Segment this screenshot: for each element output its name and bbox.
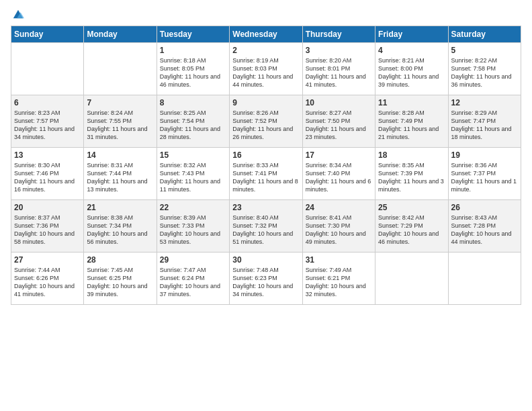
day-info: Sunrise: 8:38 AM Sunset: 7:34 PM Dayligh… bbox=[87, 214, 153, 246]
day-number: 14 bbox=[87, 150, 153, 160]
day-info: Sunrise: 8:25 AM Sunset: 7:54 PM Dayligh… bbox=[160, 109, 226, 142]
calendar-cell: 7Sunrise: 8:24 AM Sunset: 7:55 PM Daylig… bbox=[84, 95, 157, 148]
calendar-cell: 8Sunrise: 8:25 AM Sunset: 7:54 PM Daylig… bbox=[157, 95, 229, 148]
calendar-cell: 19Sunrise: 8:36 AM Sunset: 7:37 PM Dayli… bbox=[448, 148, 521, 200]
day-number: 22 bbox=[160, 203, 226, 212]
calendar-cell: 11Sunrise: 8:28 AM Sunset: 7:49 PM Dayli… bbox=[375, 95, 448, 148]
day-info: Sunrise: 8:32 AM Sunset: 7:43 PM Dayligh… bbox=[160, 161, 226, 194]
day-number: 29 bbox=[160, 255, 226, 265]
day-number: 30 bbox=[232, 255, 299, 265]
calendar-day-header: Sunday bbox=[11, 26, 84, 43]
day-number: 11 bbox=[378, 98, 445, 107]
day-info: Sunrise: 8:33 AM Sunset: 7:41 PM Dayligh… bbox=[232, 161, 299, 194]
calendar-week-row: 13Sunrise: 8:30 AM Sunset: 7:46 PM Dayli… bbox=[11, 148, 521, 200]
day-number: 7 bbox=[87, 98, 153, 107]
day-number: 25 bbox=[378, 203, 445, 212]
calendar-cell: 16Sunrise: 8:33 AM Sunset: 7:41 PM Dayli… bbox=[230, 148, 302, 200]
day-number: 3 bbox=[306, 46, 372, 55]
day-info: Sunrise: 8:18 AM Sunset: 8:05 PM Dayligh… bbox=[160, 56, 226, 89]
day-number: 10 bbox=[306, 98, 372, 107]
calendar-cell: 24Sunrise: 8:41 AM Sunset: 7:30 PM Dayli… bbox=[302, 200, 375, 253]
calendar-cell: 4Sunrise: 8:21 AM Sunset: 8:00 PM Daylig… bbox=[375, 43, 448, 95]
calendar-day-header: Thursday bbox=[302, 26, 375, 43]
day-info: Sunrise: 8:31 AM Sunset: 7:44 PM Dayligh… bbox=[87, 161, 153, 194]
day-number: 1 bbox=[160, 46, 226, 55]
day-number: 6 bbox=[14, 98, 81, 107]
calendar-cell: 14Sunrise: 8:31 AM Sunset: 7:44 PM Dayli… bbox=[84, 148, 157, 200]
day-number: 18 bbox=[378, 150, 445, 160]
day-number: 17 bbox=[306, 150, 372, 160]
day-info: Sunrise: 8:29 AM Sunset: 7:47 PM Dayligh… bbox=[451, 109, 518, 142]
calendar-cell: 1Sunrise: 8:18 AM Sunset: 8:05 PM Daylig… bbox=[157, 43, 229, 95]
calendar-cell: 3Sunrise: 8:20 AM Sunset: 8:01 PM Daylig… bbox=[302, 43, 375, 95]
calendar-day-header: Friday bbox=[375, 26, 448, 43]
calendar-cell: 30Sunrise: 7:48 AM Sunset: 6:23 PM Dayli… bbox=[230, 253, 302, 305]
day-number: 23 bbox=[232, 203, 299, 212]
logo bbox=[11, 8, 24, 20]
day-number: 8 bbox=[160, 98, 226, 107]
day-info: Sunrise: 8:34 AM Sunset: 7:40 PM Dayligh… bbox=[306, 161, 372, 194]
day-info: Sunrise: 8:30 AM Sunset: 7:46 PM Dayligh… bbox=[14, 161, 81, 194]
day-info: Sunrise: 8:35 AM Sunset: 7:39 PM Dayligh… bbox=[378, 161, 445, 194]
calendar-cell: 31Sunrise: 7:49 AM Sunset: 6:21 PM Dayli… bbox=[302, 253, 375, 305]
day-info: Sunrise: 8:42 AM Sunset: 7:29 PM Dayligh… bbox=[378, 214, 445, 246]
calendar-day-header: Monday bbox=[84, 26, 157, 43]
calendar-cell bbox=[84, 43, 157, 95]
calendar-cell: 12Sunrise: 8:29 AM Sunset: 7:47 PM Dayli… bbox=[448, 95, 521, 148]
day-info: Sunrise: 7:45 AM Sunset: 6:25 PM Dayligh… bbox=[87, 266, 153, 299]
calendar-week-row: 20Sunrise: 8:37 AM Sunset: 7:36 PM Dayli… bbox=[11, 200, 521, 253]
calendar-day-header: Tuesday bbox=[157, 26, 229, 43]
day-number: 4 bbox=[378, 46, 445, 55]
day-info: Sunrise: 8:26 AM Sunset: 7:52 PM Dayligh… bbox=[232, 109, 299, 142]
calendar-week-row: 6Sunrise: 8:23 AM Sunset: 7:57 PM Daylig… bbox=[11, 95, 521, 148]
calendar-cell: 18Sunrise: 8:35 AM Sunset: 7:39 PM Dayli… bbox=[375, 148, 448, 200]
calendar-cell: 23Sunrise: 8:40 AM Sunset: 7:32 PM Dayli… bbox=[230, 200, 302, 253]
day-info: Sunrise: 7:48 AM Sunset: 6:23 PM Dayligh… bbox=[232, 266, 299, 299]
day-info: Sunrise: 8:22 AM Sunset: 7:58 PM Dayligh… bbox=[451, 56, 518, 89]
calendar-cell: 9Sunrise: 8:26 AM Sunset: 7:52 PM Daylig… bbox=[230, 95, 302, 148]
day-info: Sunrise: 8:20 AM Sunset: 8:01 PM Dayligh… bbox=[306, 56, 372, 89]
day-number: 26 bbox=[451, 203, 518, 212]
day-number: 31 bbox=[306, 255, 372, 265]
day-info: Sunrise: 8:23 AM Sunset: 7:57 PM Dayligh… bbox=[14, 109, 81, 142]
day-number: 19 bbox=[451, 150, 518, 160]
calendar-cell: 20Sunrise: 8:37 AM Sunset: 7:36 PM Dayli… bbox=[11, 200, 84, 253]
day-number: 24 bbox=[306, 203, 372, 212]
calendar-cell: 15Sunrise: 8:32 AM Sunset: 7:43 PM Dayli… bbox=[157, 148, 229, 200]
header bbox=[11, 8, 521, 20]
day-info: Sunrise: 7:49 AM Sunset: 6:21 PM Dayligh… bbox=[306, 266, 372, 299]
day-info: Sunrise: 7:44 AM Sunset: 6:26 PM Dayligh… bbox=[14, 266, 81, 299]
day-info: Sunrise: 8:41 AM Sunset: 7:30 PM Dayligh… bbox=[306, 214, 372, 246]
day-number: 15 bbox=[160, 150, 226, 160]
day-info: Sunrise: 8:24 AM Sunset: 7:55 PM Dayligh… bbox=[87, 109, 153, 142]
day-info: Sunrise: 8:28 AM Sunset: 7:49 PM Dayligh… bbox=[378, 109, 445, 142]
calendar-table: SundayMondayTuesdayWednesdayThursdayFrid… bbox=[11, 26, 521, 305]
calendar-cell bbox=[375, 253, 448, 305]
day-info: Sunrise: 8:37 AM Sunset: 7:36 PM Dayligh… bbox=[14, 214, 81, 246]
calendar-cell: 13Sunrise: 8:30 AM Sunset: 7:46 PM Dayli… bbox=[11, 148, 84, 200]
page: SundayMondayTuesdayWednesdayThursdayFrid… bbox=[0, 0, 532, 411]
calendar-week-row: 27Sunrise: 7:44 AM Sunset: 6:26 PM Dayli… bbox=[11, 253, 521, 305]
day-info: Sunrise: 8:27 AM Sunset: 7:50 PM Dayligh… bbox=[306, 109, 372, 142]
calendar-cell: 6Sunrise: 8:23 AM Sunset: 7:57 PM Daylig… bbox=[11, 95, 84, 148]
day-number: 21 bbox=[87, 203, 153, 212]
calendar-day-header: Wednesday bbox=[230, 26, 302, 43]
day-number: 27 bbox=[14, 255, 81, 265]
calendar-header-row: SundayMondayTuesdayWednesdayThursdayFrid… bbox=[11, 26, 521, 43]
day-number: 12 bbox=[451, 98, 518, 107]
day-number: 9 bbox=[232, 98, 299, 107]
day-info: Sunrise: 8:40 AM Sunset: 7:32 PM Dayligh… bbox=[232, 214, 299, 246]
calendar-cell: 27Sunrise: 7:44 AM Sunset: 6:26 PM Dayli… bbox=[11, 253, 84, 305]
day-info: Sunrise: 8:39 AM Sunset: 7:33 PM Dayligh… bbox=[160, 214, 226, 246]
day-number: 16 bbox=[232, 150, 299, 160]
day-info: Sunrise: 8:19 AM Sunset: 8:03 PM Dayligh… bbox=[232, 56, 299, 89]
calendar-cell: 25Sunrise: 8:42 AM Sunset: 7:29 PM Dayli… bbox=[375, 200, 448, 253]
calendar-cell: 10Sunrise: 8:27 AM Sunset: 7:50 PM Dayli… bbox=[302, 95, 375, 148]
day-number: 13 bbox=[14, 150, 81, 160]
calendar-cell: 28Sunrise: 7:45 AM Sunset: 6:25 PM Dayli… bbox=[84, 253, 157, 305]
day-info: Sunrise: 7:47 AM Sunset: 6:24 PM Dayligh… bbox=[160, 266, 226, 299]
day-number: 28 bbox=[87, 255, 153, 265]
day-info: Sunrise: 8:43 AM Sunset: 7:28 PM Dayligh… bbox=[451, 214, 518, 246]
calendar-cell bbox=[448, 253, 521, 305]
calendar-day-header: Saturday bbox=[448, 26, 521, 43]
